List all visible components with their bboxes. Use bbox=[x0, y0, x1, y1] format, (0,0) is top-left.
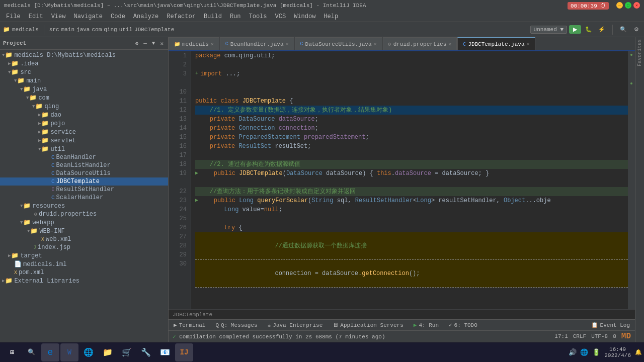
menu-view[interactable]: View bbox=[47, 12, 70, 21]
toolbar-run-section: Unnamed ▼ ▶ 🐛 ⚡ bbox=[530, 25, 607, 34]
taskbar-app5[interactable]: 🛒 bbox=[118, 343, 136, 361]
indent-indicator[interactable]: 8 bbox=[613, 333, 616, 339]
tree-item-webapp[interactable]: ▼ 📁 webapp bbox=[0, 218, 168, 227]
line-ending[interactable]: CRLF bbox=[573, 333, 586, 339]
menu-build[interactable]: Build bbox=[200, 12, 226, 21]
taskbar-search[interactable]: 🔍 bbox=[22, 343, 40, 361]
bottom-tabs: ▶Terminal QQ: Messages ☕Java Enterprise … bbox=[169, 320, 635, 331]
tree-item-java[interactable]: ▼ 📁 java bbox=[0, 85, 168, 94]
tree-item-webinf[interactable]: ▼ 📁 WEB-INF bbox=[0, 227, 168, 235]
tree-item-resultsethandler[interactable]: I ResultSetHandler bbox=[0, 186, 168, 194]
tab-datasourceutils[interactable]: C DataSourceUtils.java ✕ bbox=[295, 37, 382, 50]
tree-item-com[interactable]: ▼ 📁 com bbox=[0, 94, 168, 102]
bottom-tab-java-enterprise[interactable]: ☕Java Enterprise bbox=[263, 321, 328, 329]
run-button[interactable]: ▶ bbox=[569, 25, 581, 34]
menu-window[interactable]: Window bbox=[290, 12, 319, 21]
editor-area: 📁 medicals ✕ C BeanHandler.java ✕ C Data… bbox=[169, 37, 635, 342]
project-hide-button[interactable]: ✕ bbox=[158, 40, 165, 47]
tab-close-beanhandler[interactable]: ✕ bbox=[285, 41, 288, 47]
tree-item-util[interactable]: ▼ 📁 util bbox=[0, 145, 168, 153]
status-message: ✓ Compilation completed successfully in … bbox=[173, 333, 554, 340]
close-button[interactable]: ✕ bbox=[633, 2, 640, 9]
menu-navigate[interactable]: Navigate bbox=[69, 12, 107, 21]
taskbar-word[interactable]: W bbox=[60, 343, 78, 361]
code-editor: 1 2 3 10 11 12 13 14 15 16 17 18 19 22 2… bbox=[169, 51, 635, 309]
tree-item-servlet[interactable]: ▶ 📁 servlet bbox=[0, 136, 168, 145]
bottom-tab-todo[interactable]: ✓6: TODO bbox=[444, 321, 482, 329]
favorites-label[interactable]: Favorites bbox=[637, 39, 642, 66]
windows-start-button[interactable]: ⊞ bbox=[2, 344, 22, 360]
run-config[interactable]: Unnamed ▼ bbox=[530, 26, 567, 34]
tree-item-scalarhandler[interactable]: C ScalarHandler bbox=[0, 194, 168, 202]
code-line-17 bbox=[195, 151, 628, 160]
menu-code[interactable]: Code bbox=[107, 12, 129, 21]
taskbar-clock: 16:49 2022/4/6 bbox=[604, 346, 631, 358]
tree-item-target[interactable]: ▶ 📁 target bbox=[0, 251, 168, 260]
tree-item-resources[interactable]: ▼ 📁 resources bbox=[0, 202, 168, 210]
tree-item-service[interactable]: ▶ 📁 service bbox=[0, 128, 168, 136]
menu-help[interactable]: Help bbox=[319, 12, 342, 21]
minimize-button[interactable]: — bbox=[616, 2, 623, 9]
tree-item-webxml[interactable]: X web.xml bbox=[0, 235, 168, 243]
code-line-14: private Connection connection; bbox=[195, 124, 628, 133]
tab-beanhandler[interactable]: C BeanHandler.java ✕ bbox=[220, 37, 294, 50]
tab-close-druid[interactable]: ✕ bbox=[448, 41, 451, 47]
project-collapse-button[interactable]: — bbox=[142, 40, 148, 47]
code-line-22 bbox=[195, 178, 628, 187]
tree-item-beanlisthandler[interactable]: C BeanListHandler bbox=[0, 161, 168, 169]
tree-item-src[interactable]: ▼ 📁 src bbox=[0, 68, 168, 76]
maximize-button[interactable]: □ bbox=[625, 2, 631, 9]
tab-druid[interactable]: ⚙ druid.properties ✕ bbox=[383, 37, 457, 50]
menu-refactor[interactable]: Refactor bbox=[163, 12, 200, 21]
toolbar-qing: qing bbox=[104, 27, 117, 33]
tree-item-idea[interactable]: ▶ 📁 .idea bbox=[0, 59, 168, 68]
tree-item-druid-props[interactable]: ⚙ druid.properties bbox=[0, 210, 168, 218]
taskbar-app7[interactable]: 📧 bbox=[156, 343, 174, 361]
tab-close-medicals[interactable]: ✕ bbox=[211, 41, 214, 47]
code-content[interactable]: package com.qing.util; + import ...; pub… bbox=[191, 51, 628, 309]
tab-close-datasourceutils[interactable]: ✕ bbox=[374, 41, 377, 47]
tree-item-dao[interactable]: ▶ 📁 dao bbox=[0, 111, 168, 119]
tree-item-indexjsp[interactable]: J index.jsp bbox=[0, 243, 168, 251]
taskbar-app3[interactable]: 🌐 bbox=[79, 343, 98, 361]
tab-jdbctemplate[interactable]: C JDBCTemplate.java ✕ bbox=[457, 37, 535, 50]
taskbar-notification[interactable]: 🔔 bbox=[635, 349, 642, 355]
taskbar-app6[interactable]: 🔧 bbox=[137, 343, 155, 361]
tree-item-beanhandler[interactable]: C BeanHandler bbox=[0, 153, 168, 161]
bottom-tab-terminal[interactable]: ▶Terminal bbox=[169, 321, 210, 329]
bottom-tab-event-log[interactable]: 📋Event Log bbox=[586, 321, 635, 329]
search-everywhere-button[interactable]: 🔍 bbox=[618, 25, 629, 34]
tree-item-iml[interactable]: 📄 medicals.iml bbox=[0, 260, 168, 268]
settings-button[interactable]: ⚙ bbox=[632, 25, 641, 34]
project-gear-button[interactable]: ▼ bbox=[150, 40, 157, 47]
status-right: 17:1 CRLF UTF-8 8 MD bbox=[554, 332, 631, 341]
coverage-button[interactable]: ⚡ bbox=[596, 25, 607, 34]
taskbar-edge[interactable]: e bbox=[41, 343, 59, 361]
bottom-tab-app-servers[interactable]: 🖥Application Servers bbox=[328, 321, 408, 329]
tab-medicals[interactable]: 📁 medicals ✕ bbox=[169, 37, 219, 50]
encoding[interactable]: UTF-8 bbox=[591, 333, 608, 339]
bottom-tab-run[interactable]: ▶4: Run bbox=[409, 321, 444, 329]
tree-item-main[interactable]: ▼ 📁 main bbox=[0, 76, 168, 85]
tree-item-qing[interactable]: ▼ 📁 qing bbox=[0, 102, 168, 111]
menu-tools[interactable]: Tools bbox=[245, 12, 271, 21]
menu-edit[interactable]: Edit bbox=[25, 12, 47, 21]
taskbar-intellij[interactable]: IJ bbox=[175, 343, 193, 361]
right-scrollbar[interactable] bbox=[628, 51, 635, 309]
tree-item-medicals[interactable]: ▼ 📁 medicals D:\Mybatis\medicals bbox=[0, 51, 168, 59]
debug-button[interactable]: 🐛 bbox=[583, 25, 594, 34]
tree-item-pojo[interactable]: ▶ 📁 pojo bbox=[0, 119, 168, 128]
bottom-tab-messages[interactable]: QQ: Messages bbox=[210, 321, 262, 329]
taskbar-app4[interactable]: 📁 bbox=[99, 343, 117, 361]
code-line-11: public class JDBCTemplate { bbox=[195, 97, 628, 106]
tree-item-external-libraries[interactable]: ▶ 📁 External Libraries bbox=[0, 277, 168, 285]
menu-file[interactable]: File bbox=[2, 12, 25, 21]
project-sync-button[interactable]: ⚙ bbox=[134, 40, 140, 47]
tree-item-pomxml[interactable]: X pom.xml bbox=[0, 268, 168, 277]
tree-item-datasourceutils[interactable]: C DataSourceUtils bbox=[0, 169, 168, 177]
tab-close-jdbctemplate[interactable]: ✕ bbox=[527, 41, 530, 47]
tree-item-jdbctemplate[interactable]: C JDBCTemplate bbox=[0, 177, 168, 186]
menu-vcs[interactable]: VCS bbox=[271, 12, 290, 21]
menu-analyze[interactable]: Analyze bbox=[129, 12, 163, 21]
menu-run[interactable]: Run bbox=[226, 12, 245, 21]
